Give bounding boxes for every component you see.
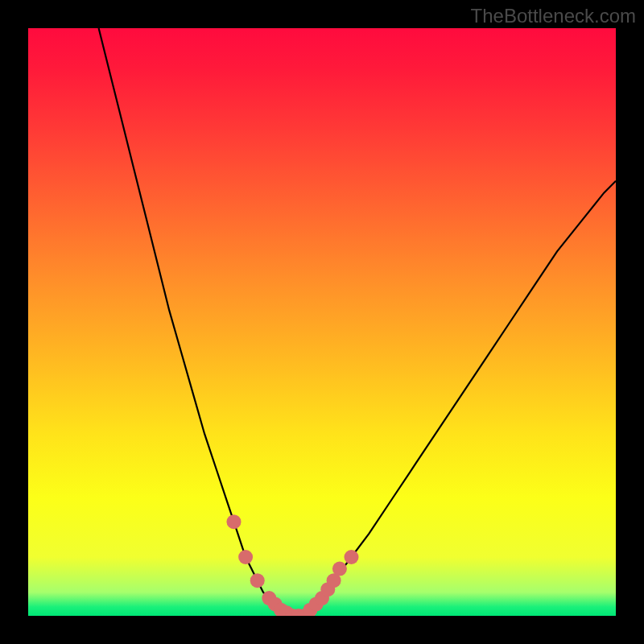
chart-frame: TheBottleneck.com <box>0 0 644 644</box>
plot-area <box>28 28 616 616</box>
chart-svg <box>28 28 616 616</box>
bottleneck-curve <box>99 28 616 616</box>
optimal-range-marker <box>345 550 359 564</box>
attribution-label: TheBottleneck.com <box>471 5 636 27</box>
optimal-range-marker <box>332 562 347 576</box>
optimal-range-marker <box>227 514 242 529</box>
optimal-range-marker <box>250 573 265 588</box>
optimal-range-marker <box>238 550 253 564</box>
